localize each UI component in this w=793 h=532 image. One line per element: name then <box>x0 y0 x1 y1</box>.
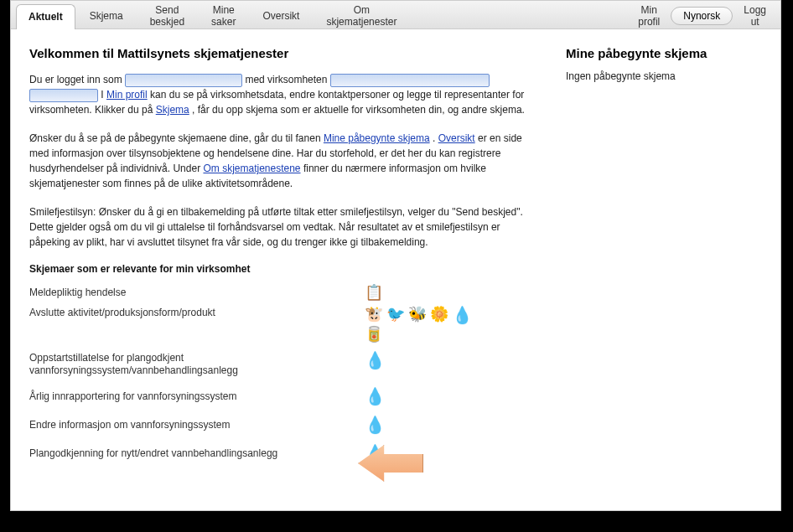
water-drop-icon: 💧 <box>365 352 386 369</box>
text: Du er logget inn som <box>29 74 125 85</box>
form-row-arlig-innrapportering[interactable]: Årlig innrapportering for vannforsynings… <box>29 382 532 411</box>
form-row-avslutte-aktivitet[interactable]: Avslutte aktivitet/produksjonsform/produ… <box>29 307 532 350</box>
button-nynorsk[interactable]: Nynorsk <box>671 7 733 25</box>
tab-label-line2: profil <box>638 17 660 28</box>
form-label: Endre informasjon om vannforsyningssyste… <box>29 419 365 431</box>
tab-label-line2: ut <box>751 17 759 28</box>
sidebar-heading: Mine påbegynte skjema <box>566 46 742 60</box>
intro-paragraph-3: Smilefjestilsyn: Ønsker du å gi en tilba… <box>29 204 532 250</box>
form-icons: 💧 <box>365 416 516 433</box>
top-tab-bar: Aktuelt Skjema Send beskjed Mine saker O… <box>11 1 780 29</box>
tab-label: Skjema <box>90 11 123 22</box>
tab-label: Oversikt <box>262 11 299 22</box>
form-icons: 💧 <box>365 352 516 369</box>
water-drop-icon: 💧 <box>365 388 386 405</box>
link-skjema[interactable]: Skjema <box>156 104 189 116</box>
tab-om-skjematjenester[interactable]: Om skjematjenester <box>314 3 409 28</box>
tab-aktuelt[interactable]: Aktuelt <box>16 4 75 29</box>
masked-org-field <box>330 74 490 87</box>
text: . <box>433 132 438 144</box>
can-icon: 🥫 <box>365 327 516 342</box>
bee-icon: 🐝 <box>408 307 427 322</box>
tab-label-line2: skjematjenester <box>326 17 396 28</box>
tab-label-line2: beskjed <box>150 17 184 28</box>
form-label: Plangodkjenning for nytt/endret vannbeha… <box>29 447 365 460</box>
page-title: Velkommen til Mattilsynets skjematjenest… <box>29 46 532 60</box>
form-icons: 💧 <box>365 445 516 462</box>
tab-label: Aktuelt <box>29 12 63 23</box>
water-drop-icon: 💧 <box>452 307 473 323</box>
water-drop-icon: 💧 <box>365 416 386 433</box>
form-row-meldepliktig-hendelse[interactable]: Meldepliktig hendelse 📋 <box>29 278 532 307</box>
button-label: Nynorsk <box>683 10 720 22</box>
note-icon: 📋 <box>365 285 383 300</box>
form-icons: 🐮 🐦 🐝 🌼 💧 🥫 <box>365 307 516 342</box>
tab-logg-ut[interactable]: Logg ut <box>734 3 775 28</box>
form-row-endre-informasjon[interactable]: Endre informasjon om vannforsyningssyste… <box>29 411 532 439</box>
form-row-oppstartstillatelse[interactable]: Oppstartstillatelse for plangodkjent van… <box>29 350 532 382</box>
tab-label-line1: Min <box>641 5 657 16</box>
form-label: Meldepliktig hendelse <box>29 287 365 299</box>
tab-send-beskjed[interactable]: Send beskjed <box>137 3 197 28</box>
intro-paragraph-1: Du er logget inn som med virksomheten I … <box>29 72 532 117</box>
link-mine-pabegynte-skjema[interactable]: Mine påbegynte skjema <box>324 132 430 144</box>
main-column: Velkommen til Mattilsynets skjematjenest… <box>29 46 532 467</box>
link-oversikt[interactable]: Oversikt <box>438 132 475 144</box>
content-area: Velkommen til Mattilsynets skjematjenest… <box>11 29 780 484</box>
relevant-forms-list: Meldepliktig hendelse 📋 Avslutte aktivit… <box>29 278 532 467</box>
sidebar-column: Mine påbegynte skjema Ingen påbegynte sk… <box>566 46 742 467</box>
tab-label-line1: Om <box>354 5 370 16</box>
cow-icon: 🐮 <box>365 307 383 322</box>
text: Ønsker du å se på de påbegynte skjemaene… <box>29 132 324 144</box>
tab-min-profil[interactable]: Min profil <box>629 3 669 28</box>
text: , får du opp skjema som er aktuelle for … <box>192 104 525 116</box>
tab-label-line1: Send <box>155 5 179 16</box>
app-window: Aktuelt Skjema Send beskjed Mine saker O… <box>10 0 781 511</box>
link-om-skjematjenestene[interactable]: Om skjematjenestene <box>203 163 300 174</box>
bird-icon: 🐦 <box>386 307 405 322</box>
section-heading-relevant-skjema: Skjemaer som er relevante for min virkso… <box>29 263 532 275</box>
form-label: Oppstartstillatelse for plangodkjent van… <box>29 352 365 377</box>
masked-field <box>29 89 98 102</box>
form-label: Avslutte aktivitet/produksjonsform/produ… <box>29 307 365 319</box>
tab-skjema[interactable]: Skjema <box>77 3 136 28</box>
sidebar-empty-text: Ingen påbegynte skjema <box>566 69 742 84</box>
tab-oversikt[interactable]: Oversikt <box>250 3 312 28</box>
water-drop-icon: 💧 <box>365 445 386 462</box>
form-label: Årlig innrapportering for vannforsynings… <box>29 390 365 403</box>
tab-label-line1: Mine <box>213 5 235 16</box>
text: med virksomheten <box>245 74 329 85</box>
masked-user-field <box>125 74 242 87</box>
form-icons: 💧 <box>365 388 516 405</box>
tab-label-line2: saker <box>211 17 236 28</box>
form-icons: 📋 <box>365 285 516 300</box>
link-min-profil[interactable]: Min profil <box>106 89 148 101</box>
tab-mine-saker[interactable]: Mine saker <box>199 3 248 28</box>
text: I <box>101 89 106 101</box>
flower-icon: 🌼 <box>430 307 448 322</box>
tab-label-line1: Logg <box>744 5 766 16</box>
intro-paragraph-2: Ønsker du å se på de påbegynte skjemaene… <box>29 131 532 191</box>
form-row-plangodkjenning[interactable]: Plangodkjenning for nytt/endret vannbeha… <box>29 439 532 467</box>
